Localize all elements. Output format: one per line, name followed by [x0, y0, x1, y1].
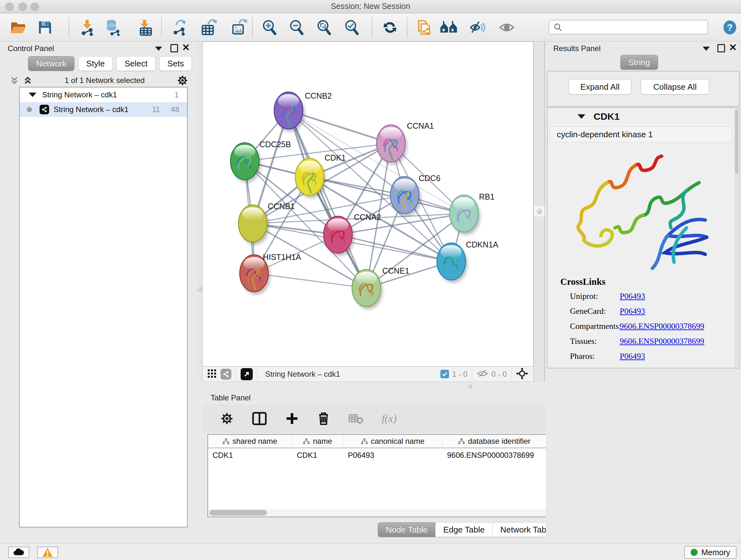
- right-splitter-grip[interactable]: [534, 206, 545, 217]
- warning-button[interactable]: [37, 547, 58, 558]
- network-node-CCNB2[interactable]: [274, 92, 305, 132]
- search-box: [549, 20, 708, 35]
- network-node-CCNB1[interactable]: [239, 205, 269, 245]
- selected-items-checkbox-icon[interactable]: [441, 370, 449, 378]
- tissues-link[interactable]: 9606.ENSP00000378699: [620, 336, 704, 346]
- help-icon[interactable]: ?: [721, 18, 739, 37]
- memory-button[interactable]: Memory: [684, 546, 737, 559]
- open-in-window-icon[interactable]: [241, 368, 253, 380]
- network-collection-row[interactable]: String Network – cdk1 1: [20, 87, 187, 102]
- network-type-badge-icon[interactable]: [220, 369, 231, 380]
- window-title: Session: New Session: [0, 2, 741, 11]
- horizontal-splitter-grip[interactable]: [468, 384, 472, 388]
- network-node-count: 11: [152, 105, 160, 114]
- export-network-icon[interactable]: [171, 18, 189, 37]
- control-panel-close-icon[interactable]: ✕: [182, 44, 190, 52]
- network-canvas[interactable]: CCNB2CCNA1CDC25BCDK1CDC6RB1CCNB1CCNA2CDK…: [202, 42, 534, 367]
- results-vertical-scrollbar[interactable]: [735, 109, 738, 367]
- control-panel-tabs: Network Style Select Sets: [28, 56, 192, 71]
- string-query-icon[interactable]: [440, 18, 458, 37]
- uniprot-link[interactable]: P06493: [620, 292, 645, 301]
- add-column-icon[interactable]: [285, 412, 299, 425]
- results-panel-float-icon[interactable]: [718, 44, 725, 52]
- node-label-CCNE1: CCNE1: [382, 266, 409, 275]
- results-panel-close-icon[interactable]: ✕: [729, 44, 737, 52]
- genecard-link[interactable]: P06493: [620, 307, 645, 316]
- search-input[interactable]: [565, 21, 708, 34]
- cloud-button[interactable]: [8, 547, 29, 558]
- open-session-icon[interactable]: [9, 18, 27, 37]
- node-label-CDC25B: CDC25B: [259, 140, 291, 149]
- collapse-all-button[interactable]: Collapse All: [641, 79, 709, 95]
- column-header-shared-name[interactable]: shared name: [208, 435, 292, 448]
- column-header-canonical-name[interactable]: canonical name: [343, 435, 443, 448]
- function-builder-icon[interactable]: f(x): [382, 413, 397, 425]
- expand-all-button[interactable]: Expand All: [569, 79, 631, 95]
- zoom-fit-icon[interactable]: [315, 18, 333, 37]
- network-options-gear-icon[interactable]: [177, 75, 188, 86]
- pharos-link[interactable]: P06493: [620, 352, 645, 361]
- network-graph[interactable]: CCNB2CCNA1CDC25BCDK1CDC6RB1CCNB1CCNA2CDK…: [203, 42, 533, 366]
- results-panel-menu-caret-icon[interactable]: [703, 47, 710, 51]
- network-node-CDK1[interactable]: [295, 159, 326, 198]
- network-node-CCNE1[interactable]: [352, 269, 383, 309]
- import-table-file-icon[interactable]: [136, 18, 155, 37]
- export-image-icon[interactable]: [230, 18, 249, 37]
- node-label-CDC6: CDC6: [419, 174, 441, 183]
- network-node-CCNA2[interactable]: [324, 216, 354, 256]
- left-splitter[interactable]: [198, 42, 202, 382]
- toolbar-separator: [161, 17, 162, 37]
- column-header-name[interactable]: name: [292, 435, 343, 448]
- tab-select[interactable]: Select: [117, 56, 155, 71]
- import-network-file-icon[interactable]: [78, 18, 96, 37]
- results-panel-title: Results Panel: [553, 44, 601, 53]
- fit-crosshair-icon[interactable]: [516, 368, 528, 381]
- tab-network[interactable]: Network: [28, 56, 74, 71]
- control-panel-float-icon[interactable]: [171, 44, 178, 52]
- delete-column-icon[interactable]: [317, 412, 330, 426]
- network-edge-count: 48: [171, 105, 179, 114]
- string-network-badge-icon: [40, 105, 49, 114]
- column-header-database-identifier[interactable]: database identifier: [443, 435, 547, 448]
- network-node-CDKN1A[interactable]: [437, 243, 468, 283]
- network-edge-HIST1H1A-CCNE1[interactable]: [254, 273, 366, 288]
- compartments-link[interactable]: 9606.ENSP00000378699: [620, 321, 704, 331]
- protein-collapse-caret-icon[interactable]: [578, 114, 585, 119]
- save-session-icon[interactable]: [36, 18, 54, 37]
- control-panel-title: Control Panel: [8, 44, 54, 53]
- control-panel-menu-caret-icon[interactable]: [155, 47, 162, 51]
- network-row[interactable]: String Network – cdk1 11 48: [20, 102, 187, 117]
- protein-description: cyclin-dependent kinase 1: [549, 126, 732, 142]
- left-splitter-grip[interactable]: [197, 286, 203, 292]
- import-network-database-icon[interactable]: [104, 18, 122, 37]
- zoom-in-icon[interactable]: [260, 18, 279, 37]
- clone-network-icon[interactable]: [415, 18, 434, 37]
- birds-eye-grid-icon[interactable]: [208, 369, 216, 379]
- current-network-name: String Network – cdk1: [265, 370, 340, 379]
- tree-expand-caret-icon[interactable]: [29, 92, 37, 97]
- tab-edge-table[interactable]: Edge Table: [435, 522, 493, 537]
- export-table-icon[interactable]: [200, 18, 218, 37]
- network-edge-CCNA2-CDKN1A[interactable]: [338, 235, 451, 261]
- zoom-selected-icon[interactable]: [343, 18, 361, 37]
- expand-all-icon[interactable]: [23, 76, 32, 85]
- network-node-RB1[interactable]: [450, 195, 480, 235]
- show-all-icon[interactable]: [497, 18, 516, 37]
- crosslinks-title: CrossLinks: [560, 276, 733, 287]
- hide-selected-icon[interactable]: [468, 18, 487, 37]
- table-gear-icon[interactable]: [220, 412, 233, 425]
- collapse-all-icon[interactable]: [10, 76, 19, 85]
- refresh-icon[interactable]: [381, 18, 399, 37]
- selected-nodes-edges-count: 1 - 0: [452, 370, 468, 379]
- tab-sets[interactable]: Sets: [159, 56, 192, 71]
- clear-table-icon[interactable]: [348, 413, 363, 424]
- show-columns-icon[interactable]: [252, 412, 267, 425]
- node-label-CCNB1: CCNB1: [268, 202, 295, 211]
- node-label-HIST1H1A: HIST1H1A: [263, 253, 301, 261]
- tab-node-table[interactable]: Node Table: [378, 522, 435, 537]
- network-node-CDC6[interactable]: [390, 177, 421, 216]
- tab-style[interactable]: Style: [78, 56, 113, 71]
- tab-string-results[interactable]: String: [620, 55, 658, 70]
- network-node-CDC25B[interactable]: [230, 143, 261, 183]
- zoom-out-icon[interactable]: [287, 18, 306, 37]
